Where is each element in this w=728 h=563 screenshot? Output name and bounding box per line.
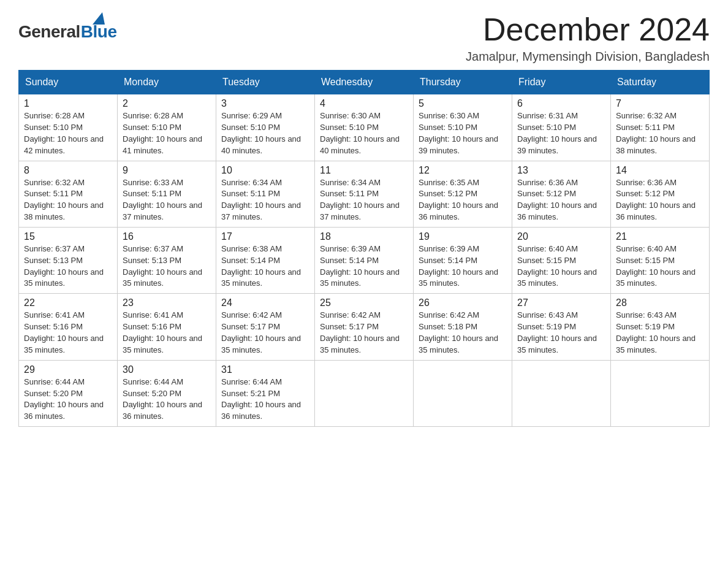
day-info: Sunrise: 6:33 AMSunset: 5:11 PMDaylight:… (123, 177, 211, 223)
day-info: Sunrise: 6:43 AMSunset: 5:19 PMDaylight:… (616, 310, 704, 356)
calendar-day-cell: 28Sunrise: 6:43 AMSunset: 5:19 PMDayligh… (611, 294, 710, 360)
calendar-day-cell: 5Sunrise: 6:30 AMSunset: 5:10 PMDaylight… (414, 94, 512, 161)
calendar-day-cell: 30Sunrise: 6:44 AMSunset: 5:20 PMDayligh… (118, 360, 216, 426)
day-number: 20 (517, 231, 605, 242)
calendar-table: SundayMondayTuesdayWednesdayThursdayFrid… (18, 70, 710, 427)
calendar-day-cell: 2Sunrise: 6:28 AMSunset: 5:10 PMDaylight… (118, 94, 216, 161)
day-info: Sunrise: 6:28 AMSunset: 5:10 PMDaylight:… (24, 110, 112, 156)
day-info: Sunrise: 6:32 AMSunset: 5:11 PMDaylight:… (616, 110, 704, 156)
month-title: December 2024 (466, 12, 710, 47)
day-number: 15 (24, 231, 112, 242)
calendar-day-cell (315, 360, 414, 426)
logo-general-text: General (18, 22, 80, 42)
day-info: Sunrise: 6:40 AMSunset: 5:15 PMDaylight:… (517, 243, 605, 289)
location-subtitle: Jamalpur, Mymensingh Division, Banglades… (466, 50, 710, 64)
day-number: 12 (419, 165, 507, 176)
calendar-week-row: 29Sunrise: 6:44 AMSunset: 5:20 PMDayligh… (19, 360, 710, 426)
day-number: 6 (517, 98, 605, 109)
day-info: Sunrise: 6:30 AMSunset: 5:10 PMDaylight:… (419, 110, 507, 156)
day-of-week-header: Thursday (414, 71, 512, 94)
day-info: Sunrise: 6:28 AMSunset: 5:10 PMDaylight:… (123, 110, 211, 156)
day-number: 17 (221, 231, 309, 242)
day-number: 19 (419, 231, 507, 242)
day-info: Sunrise: 6:41 AMSunset: 5:16 PMDaylight:… (123, 310, 211, 356)
day-number: 23 (123, 297, 211, 308)
day-number: 16 (123, 231, 211, 242)
day-of-week-header: Wednesday (315, 71, 414, 94)
day-number: 28 (616, 297, 704, 308)
day-info: Sunrise: 6:39 AMSunset: 5:14 PMDaylight:… (320, 243, 408, 289)
calendar-day-cell: 16Sunrise: 6:37 AMSunset: 5:13 PMDayligh… (118, 227, 216, 293)
calendar-day-cell: 29Sunrise: 6:44 AMSunset: 5:20 PMDayligh… (19, 360, 118, 426)
calendar-day-cell: 26Sunrise: 6:42 AMSunset: 5:18 PMDayligh… (414, 294, 512, 360)
day-info: Sunrise: 6:37 AMSunset: 5:13 PMDaylight:… (123, 243, 211, 289)
day-info: Sunrise: 6:42 AMSunset: 5:17 PMDaylight:… (221, 310, 309, 356)
day-number: 1 (24, 98, 112, 109)
day-number: 30 (123, 364, 211, 375)
day-info: Sunrise: 6:31 AMSunset: 5:10 PMDaylight:… (517, 110, 605, 156)
day-info: Sunrise: 6:44 AMSunset: 5:21 PMDaylight:… (221, 377, 309, 423)
calendar-week-row: 1Sunrise: 6:28 AMSunset: 5:10 PMDaylight… (19, 94, 710, 161)
calendar-day-cell: 13Sunrise: 6:36 AMSunset: 5:12 PMDayligh… (512, 161, 611, 227)
day-info: Sunrise: 6:44 AMSunset: 5:20 PMDaylight:… (24, 377, 112, 423)
logo: General Blue (18, 12, 116, 42)
calendar-day-cell: 1Sunrise: 6:28 AMSunset: 5:10 PMDaylight… (19, 94, 118, 161)
day-number: 25 (320, 297, 408, 308)
calendar-day-cell: 22Sunrise: 6:41 AMSunset: 5:16 PMDayligh… (19, 294, 118, 360)
day-number: 10 (221, 165, 309, 176)
calendar-day-cell: 8Sunrise: 6:32 AMSunset: 5:11 PMDaylight… (19, 161, 118, 227)
calendar-day-cell: 25Sunrise: 6:42 AMSunset: 5:17 PMDayligh… (315, 294, 414, 360)
day-info: Sunrise: 6:43 AMSunset: 5:19 PMDaylight:… (517, 310, 605, 356)
day-info: Sunrise: 6:30 AMSunset: 5:10 PMDaylight:… (320, 110, 408, 156)
day-of-week-header: Sunday (19, 71, 118, 94)
calendar-week-row: 15Sunrise: 6:37 AMSunset: 5:13 PMDayligh… (19, 227, 710, 293)
day-number: 14 (616, 165, 704, 176)
day-number: 3 (221, 98, 309, 109)
day-number: 11 (320, 165, 408, 176)
day-info: Sunrise: 6:32 AMSunset: 5:11 PMDaylight:… (24, 177, 112, 223)
day-info: Sunrise: 6:34 AMSunset: 5:11 PMDaylight:… (320, 177, 408, 223)
calendar-day-cell: 6Sunrise: 6:31 AMSunset: 5:10 PMDaylight… (512, 94, 611, 161)
day-info: Sunrise: 6:38 AMSunset: 5:14 PMDaylight:… (221, 243, 309, 289)
day-of-week-header: Tuesday (216, 71, 315, 94)
calendar-day-cell: 18Sunrise: 6:39 AMSunset: 5:14 PMDayligh… (315, 227, 414, 293)
day-info: Sunrise: 6:34 AMSunset: 5:11 PMDaylight:… (221, 177, 309, 223)
calendar-day-cell (512, 360, 611, 426)
calendar-day-cell: 10Sunrise: 6:34 AMSunset: 5:11 PMDayligh… (216, 161, 315, 227)
day-info: Sunrise: 6:37 AMSunset: 5:13 PMDaylight:… (24, 243, 112, 289)
day-info: Sunrise: 6:42 AMSunset: 5:17 PMDaylight:… (320, 310, 408, 356)
day-info: Sunrise: 6:36 AMSunset: 5:12 PMDaylight:… (517, 177, 605, 223)
day-info: Sunrise: 6:40 AMSunset: 5:15 PMDaylight:… (616, 243, 704, 289)
calendar-day-cell: 24Sunrise: 6:42 AMSunset: 5:17 PMDayligh… (216, 294, 315, 360)
day-number: 13 (517, 165, 605, 176)
calendar-day-cell: 15Sunrise: 6:37 AMSunset: 5:13 PMDayligh… (19, 227, 118, 293)
day-number: 4 (320, 98, 408, 109)
day-info: Sunrise: 6:35 AMSunset: 5:12 PMDaylight:… (419, 177, 507, 223)
day-number: 24 (221, 297, 309, 308)
calendar-day-cell: 21Sunrise: 6:40 AMSunset: 5:15 PMDayligh… (611, 227, 710, 293)
calendar-day-cell: 27Sunrise: 6:43 AMSunset: 5:19 PMDayligh… (512, 294, 611, 360)
calendar-day-cell: 17Sunrise: 6:38 AMSunset: 5:14 PMDayligh… (216, 227, 315, 293)
calendar-week-row: 8Sunrise: 6:32 AMSunset: 5:11 PMDaylight… (19, 161, 710, 227)
logo-icon-area: Blue (81, 12, 117, 42)
day-info: Sunrise: 6:29 AMSunset: 5:10 PMDaylight:… (221, 110, 309, 156)
day-of-week-header: Friday (512, 71, 611, 94)
calendar-day-cell: 9Sunrise: 6:33 AMSunset: 5:11 PMDaylight… (118, 161, 216, 227)
calendar-day-cell: 11Sunrise: 6:34 AMSunset: 5:11 PMDayligh… (315, 161, 414, 227)
day-info: Sunrise: 6:39 AMSunset: 5:14 PMDaylight:… (419, 243, 507, 289)
day-number: 9 (123, 165, 211, 176)
calendar-day-cell: 20Sunrise: 6:40 AMSunset: 5:15 PMDayligh… (512, 227, 611, 293)
calendar-header-row: SundayMondayTuesdayWednesdayThursdayFrid… (19, 71, 710, 94)
calendar-day-cell (414, 360, 512, 426)
day-number: 18 (320, 231, 408, 242)
title-block: December 2024 Jamalpur, Mymensingh Divis… (466, 12, 710, 64)
day-number: 5 (419, 98, 507, 109)
day-of-week-header: Saturday (611, 71, 710, 94)
day-number: 2 (123, 98, 211, 109)
day-number: 7 (616, 98, 704, 109)
logo-blue-text: Blue (81, 22, 117, 42)
calendar-day-cell: 14Sunrise: 6:36 AMSunset: 5:12 PMDayligh… (611, 161, 710, 227)
calendar-day-cell: 19Sunrise: 6:39 AMSunset: 5:14 PMDayligh… (414, 227, 512, 293)
day-number: 22 (24, 297, 112, 308)
calendar-day-cell: 23Sunrise: 6:41 AMSunset: 5:16 PMDayligh… (118, 294, 216, 360)
